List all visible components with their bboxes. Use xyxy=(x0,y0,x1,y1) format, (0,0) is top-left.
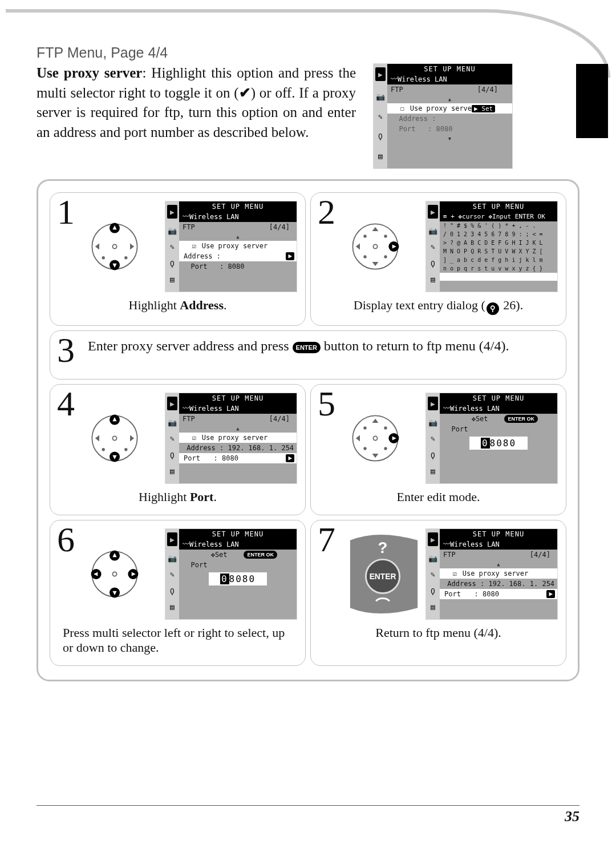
reference-icon: ⚲ xyxy=(487,302,499,315)
kb-row: / 0 1 2 3 4 5 6 7 8 9 : ; < = xyxy=(440,230,557,239)
lcd-port-label: Port xyxy=(179,560,297,570)
lcd-addr-row: Address : 192. 168. 1. 254 xyxy=(179,443,297,453)
svg-point-22 xyxy=(112,436,116,440)
intro-lcd: ▶ 📷 ✎ Ϙ ▤ SET UP MENU 〰Wireless LAN FTP … xyxy=(373,63,513,169)
svg-point-17 xyxy=(363,235,366,237)
lcd-sub: 〰Wireless LAN xyxy=(179,403,297,414)
lcd-port-row: Port : 8080 xyxy=(387,124,512,134)
kb-row: ] _ a b c d e f g h i j k l m xyxy=(440,256,557,264)
lcd-down-arrow: ▾ xyxy=(387,134,512,143)
svg-text:ENTER: ENTER xyxy=(370,572,396,581)
lcd-side-tabs: ▶ 📷 ✎ Ϙ ▤ xyxy=(374,64,387,168)
page: FTP Menu, Page 4/4 Use proxy server: Hig… xyxy=(0,0,616,848)
right-arrow-icon[interactable]: ▶ xyxy=(286,454,294,462)
lcd-help-row: ✥Set ENTER OK xyxy=(440,414,557,424)
step-number: 2 xyxy=(318,194,335,229)
step-number: 4 xyxy=(57,386,75,421)
svg-marker-28 xyxy=(130,435,134,442)
lcd-port-row: Port : 8080 xyxy=(179,261,297,272)
svg-point-29 xyxy=(102,448,105,451)
pencil-icon: ✎ xyxy=(378,112,383,121)
q-icon: Ϙ xyxy=(378,132,383,140)
lcd-title: SET UP MENU xyxy=(179,201,297,212)
lcd-port-highlight: Port : 8080▶ xyxy=(179,453,297,463)
camera-icon: 📷 xyxy=(376,92,385,101)
step-number: 1 xyxy=(57,194,75,229)
lcd-port-value: 08080 xyxy=(440,438,557,449)
multi-selector-icon xyxy=(89,548,140,600)
page-number: 35 xyxy=(565,808,579,825)
lcd-port-value: 08080 xyxy=(179,574,297,584)
svg-point-30 xyxy=(124,448,127,451)
step4-lcd: ▶📷✎Ϙ▤ SET UP MENU 〰Wireless LAN FTP [4/4… xyxy=(165,393,297,484)
check-icon: ✔ xyxy=(239,85,251,100)
lcd-sub: 〰Wireless LAN xyxy=(387,74,512,84)
enter-ok-icon: ENTER OK xyxy=(244,551,277,559)
lcd-sub: 〰Wireless LAN xyxy=(179,539,297,550)
lcd-sub: 〰Wireless LAN xyxy=(440,539,557,550)
right-arrow-icon[interactable]: ▶ xyxy=(286,252,294,260)
multi-selector-icon xyxy=(350,413,401,464)
enter-icon: ENTER xyxy=(293,342,321,353)
multi-selector-icon xyxy=(350,221,401,272)
set-button[interactable]: ▶ Set xyxy=(472,105,495,112)
intro-row: Use proxy server: Highlight this option … xyxy=(37,63,579,169)
svg-point-40 xyxy=(363,447,366,450)
step-3: 3 Enter proxy server address and press E… xyxy=(50,330,566,379)
svg-point-9 xyxy=(124,256,127,259)
step-number: 5 xyxy=(318,386,335,421)
lcd-ftp-row: FTP [4/4] xyxy=(179,414,297,424)
svg-point-39 xyxy=(384,426,387,429)
step-number: 3 xyxy=(57,332,75,368)
step-7: 7 ENTER ? ▶📷✎Ϙ▤ xyxy=(310,520,566,666)
lcd-title: SET UP MENU xyxy=(179,393,297,403)
step2-lcd: ▶📷✎Ϙ▤ SET UP MENU ⌧ + ✥cursor ✥Input ENT… xyxy=(425,201,558,292)
lcd-sub: 〰Wireless LAN xyxy=(179,212,297,222)
card-icon: ▤ xyxy=(378,152,383,160)
lcd-addr-highlight: Address :▶ xyxy=(179,251,297,261)
lcd-title: SET UP MENU xyxy=(440,201,557,212)
svg-point-11 xyxy=(373,244,377,248)
lcd-ftp-row: FTP [4/4] xyxy=(387,84,512,95)
footer-divider xyxy=(37,805,579,806)
step-text: Enter proxy server address and press ENT… xyxy=(88,337,558,355)
lcd-sub: 〰Wireless LAN xyxy=(440,403,557,414)
lcd-port-label: Port xyxy=(440,424,557,434)
step-caption: Enter edit mode. xyxy=(319,490,558,504)
lcd-up-arrow: ▴ xyxy=(179,232,297,241)
kb-row: ! " # $ % & ' ( ) * + , - . xyxy=(440,221,557,230)
svg-marker-27 xyxy=(95,435,99,442)
side-tab-black xyxy=(576,64,608,138)
step-6: 6 ▶📷✎Ϙ▤ xyxy=(50,520,306,666)
svg-point-19 xyxy=(363,255,366,258)
multi-selector-icon xyxy=(89,413,140,464)
svg-point-41 xyxy=(384,447,387,450)
svg-marker-6 xyxy=(95,244,99,250)
intro-lead-bold: Use proxy server xyxy=(37,65,142,80)
right-arrow-icon[interactable]: ▶ xyxy=(546,590,555,598)
svg-text:?: ? xyxy=(378,539,388,556)
lcd-title: SET UP MENU xyxy=(387,64,512,74)
step5-lcd: ▶📷✎Ϙ▤ SET UP MENU 〰Wireless LAN ✥Set ENT… xyxy=(425,393,558,484)
lcd-option-row: ☑ Use proxy server xyxy=(179,433,297,443)
step-4: 4 ▶� xyxy=(50,384,306,515)
lcd-option-row: ☑ Use proxy server xyxy=(440,568,557,579)
text-entry-field[interactable] xyxy=(440,273,557,281)
lcd-option-row: ☑ Use proxy server xyxy=(179,241,297,251)
svg-marker-36 xyxy=(372,454,379,458)
lcd-up-arrow: ▴ xyxy=(179,424,297,433)
step7-lcd: ▶📷✎Ϙ▤ SET UP MENU 〰Wireless LAN FTP [4/4… xyxy=(425,528,558,620)
enter-ok-icon: ENTER OK xyxy=(504,415,538,423)
kb-row: M N O P Q R S T U V W X Y Z [ xyxy=(440,247,557,256)
kb-row: n o p q r s t u v w x y z { } xyxy=(440,264,557,273)
lcd-ftp-row: FTP [4/4] xyxy=(179,222,297,232)
step1-lcd: ▶📷✎Ϙ▤ SET UP MENU 〰Wireless LAN FTP [4/4… xyxy=(165,201,297,292)
svg-marker-37 xyxy=(356,435,360,442)
svg-marker-15 xyxy=(372,262,379,266)
step-caption: Highlight Port. xyxy=(58,490,297,504)
lcd-title: SET UP MENU xyxy=(179,529,297,539)
step-caption: Display text entry dialog (⚲ 26). xyxy=(319,298,558,315)
camera-enter-button-icon: ENTER ? xyxy=(350,535,418,613)
step-1: 1 xyxy=(50,192,306,326)
step-caption: Press multi selector left or right to se… xyxy=(63,625,297,655)
